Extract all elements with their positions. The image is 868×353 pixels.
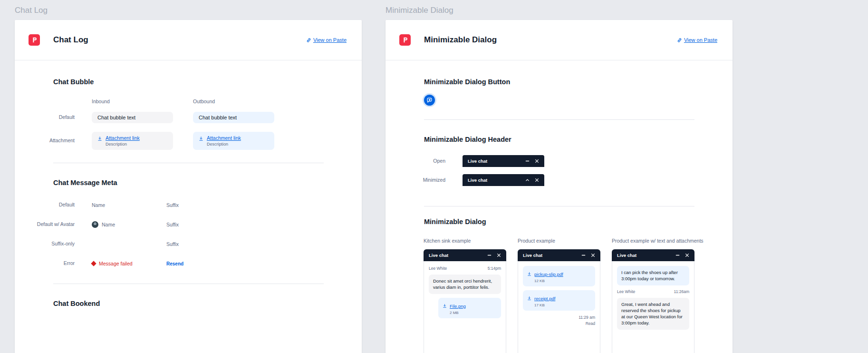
close-icon[interactable] xyxy=(591,253,595,257)
row-label: Attachment xyxy=(15,137,75,144)
download-icon xyxy=(527,270,531,278)
minimizable-dialog: Live chat Lee White 5:14pm Donec sit ame… xyxy=(424,249,506,353)
attachment-size: 2 MB xyxy=(450,311,466,315)
panel-chat-log: Chat Log Chat Log View on Paste Chat Bub… xyxy=(15,6,362,353)
download-icon xyxy=(199,136,203,142)
row-header-minimized: Minimized Live chat xyxy=(386,174,733,186)
dialog-header: Live chat xyxy=(612,249,694,261)
attachment-link[interactable]: File.png xyxy=(450,304,466,309)
avatar xyxy=(92,221,98,228)
meta-suffix: Suffix xyxy=(166,241,179,247)
attachment-link[interactable]: pickup-slip.pdf xyxy=(534,272,563,277)
card-header: Minimizable Dialog View on Paste xyxy=(386,20,733,60)
dialog-header: Live chat xyxy=(424,249,506,261)
example-product-text-attachments: Product example w/ text and attachments … xyxy=(612,238,694,353)
meta-row-default: Default Name Suffix xyxy=(15,199,362,211)
card-header: Chat Log View on Paste xyxy=(15,20,362,60)
example-label: Product example w/ text and attachments xyxy=(612,238,694,244)
resend-button[interactable]: Resend xyxy=(166,261,183,266)
dialog-header-minimized: Live chat xyxy=(463,174,544,186)
dialog-title: Live chat xyxy=(468,158,487,164)
view-on-paste-link[interactable]: View on Paste xyxy=(677,37,717,43)
column-headers: Inbound Outbound xyxy=(92,98,362,104)
chat-attachment-outbound: File.png 2 MB xyxy=(438,298,501,318)
dialog-header: Live chat xyxy=(518,249,600,261)
dialog-header-open: Live chat xyxy=(463,155,544,167)
minimize-icon[interactable] xyxy=(581,253,586,257)
attachment-size: 12 KB xyxy=(534,279,563,283)
close-icon[interactable] xyxy=(497,253,501,257)
minimize-icon[interactable] xyxy=(525,159,530,163)
dialog-body: pickup-slip.pdf 12 KB receipt.pdf 17 KB xyxy=(518,261,600,353)
link-icon xyxy=(306,38,311,43)
meta-suffix: Suffix xyxy=(166,222,179,227)
section-divider xyxy=(53,163,324,163)
meta-row-error: Error Message failed Resend xyxy=(15,257,362,269)
chat-bubble-inbound: Chat bubble text xyxy=(92,112,173,123)
attachment-description: Description xyxy=(207,142,241,147)
section-title-dialog-examples: Minimizable Dialog xyxy=(424,218,694,226)
section-title-chat-message-meta: Chat Message Meta xyxy=(53,179,324,186)
section-divider xyxy=(424,206,694,206)
expand-icon[interactable] xyxy=(525,178,530,182)
dialog-title: Live chat xyxy=(523,253,542,258)
message-time: 11:29 am xyxy=(523,314,595,321)
row-label: Default xyxy=(15,114,75,120)
minimizable-dialog-card: Minimizable Dialog View on Paste Minimiz… xyxy=(386,20,733,353)
dialog-body: I can pick the shoes up after 3:00pm tod… xyxy=(612,261,694,353)
column-header-inbound: Inbound xyxy=(92,98,193,104)
message-author: Lee White xyxy=(429,266,447,271)
chat-attachment-outbound: receipt.pdf 17 KB xyxy=(523,290,595,311)
message-time: 11:26am xyxy=(674,289,689,294)
row-label: Minimized xyxy=(386,177,445,183)
attachment-link[interactable]: receipt.pdf xyxy=(534,296,555,301)
close-icon[interactable] xyxy=(685,253,689,257)
meta-row-avatar: Default w/ Avatar Name Suffix xyxy=(15,218,362,230)
row-attachment-bubbles: Attachment Attachment link Description xyxy=(15,132,362,150)
section-title-chat-bubble: Chat Bubble xyxy=(53,78,324,86)
column-header-outbound: Outbound xyxy=(193,98,294,104)
chat-bubble-outbound: I can pick the shoes up after 3:00pm tod… xyxy=(617,266,689,285)
attachment-link[interactable]: Attachment link xyxy=(106,135,140,141)
close-icon[interactable] xyxy=(535,159,539,163)
row-label: Default w/ Avatar xyxy=(15,221,75,227)
example-product: Product example Live chat xyxy=(518,238,600,353)
paste-logo-icon xyxy=(29,34,40,46)
section-divider xyxy=(53,284,324,284)
row-default-bubbles: Default Chat bubble text Chat bubble tex… xyxy=(15,112,362,123)
dialog-title: Live chat xyxy=(617,253,637,258)
dialog-body: Lee White 5:14pm Donec sit amet orci hen… xyxy=(424,261,506,353)
window-label: Chat Log xyxy=(15,6,362,16)
example-label: Kitchen sink example xyxy=(424,238,506,244)
meta-suffix: Suffix xyxy=(166,202,179,208)
message-author: Lee White xyxy=(617,289,635,294)
view-on-paste-link[interactable]: View on Paste xyxy=(306,37,347,43)
minimize-icon[interactable] xyxy=(675,253,680,257)
section-divider xyxy=(424,119,694,120)
close-icon[interactable] xyxy=(535,178,539,182)
download-icon xyxy=(527,294,531,303)
chat-bubble-inbound: Donec sit amet orci hendrerit, varius di… xyxy=(429,275,501,294)
meta-name: Name xyxy=(102,222,115,227)
row-label: Error xyxy=(15,260,75,266)
chat-attachment-inbound: Attachment link Description xyxy=(92,132,173,150)
message-status: Read xyxy=(523,321,595,327)
chat-log-card: Chat Log View on Paste Chat Bubble Inbou… xyxy=(15,20,362,353)
paste-logo-icon xyxy=(399,34,411,46)
download-icon xyxy=(97,136,102,142)
section-title-chat-bookend: Chat Bookend xyxy=(53,300,324,307)
chat-bubble-outbound: Chat bubble text xyxy=(193,112,274,123)
chat-icon xyxy=(426,97,433,103)
panel-minimizable-dialog: Minimizable Dialog Minimizable Dialog Vi… xyxy=(386,6,733,353)
page-title: Minimizable Dialog xyxy=(424,35,497,45)
dialog-examples: Kitchen sink example Live chat Lee White… xyxy=(424,238,733,353)
error-text: Message failed xyxy=(99,261,133,266)
link-icon xyxy=(677,38,682,43)
minimize-icon[interactable] xyxy=(487,253,492,257)
section-title-dialog-header: Minimizable Dialog Header xyxy=(424,136,694,143)
minimizable-dialog-button[interactable] xyxy=(424,95,435,106)
attachment-link[interactable]: Attachment link xyxy=(207,135,241,141)
attachment-size: 17 KB xyxy=(534,303,555,307)
window-label: Minimizable Dialog xyxy=(386,6,733,16)
example-label: Product example xyxy=(518,238,600,244)
